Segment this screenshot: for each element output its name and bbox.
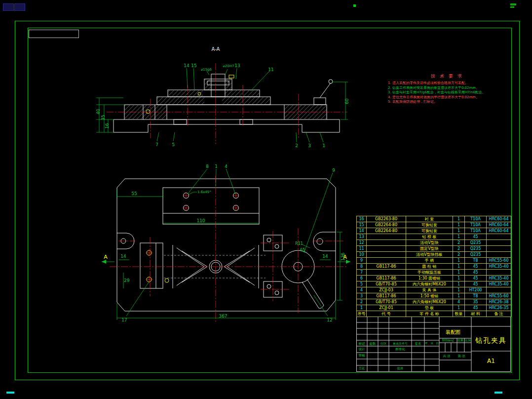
drawing-label: 60 bbox=[345, 98, 349, 104]
cad-sheet: { "tech": { "title": "技 术 要 求", "items":… bbox=[0, 0, 532, 399]
tech-requirement-line: 4. 定位元件工作表面对底面的平行度误差不大于0.02mm。 bbox=[388, 95, 506, 100]
parts-row: 10活动V型块挡板2Q235 bbox=[357, 252, 511, 258]
tech-requirement-line: 1. 进入装配的零件及部件必须检验合格后方可装配。 bbox=[388, 81, 506, 86]
drawing-label: 11 bbox=[268, 68, 273, 72]
drawing-label: 17 bbox=[121, 318, 127, 322]
parts-row: 5GB/T70-85内六角螺钉M6X20145HRC35-40 bbox=[357, 281, 511, 287]
drawing-label: 40 bbox=[96, 109, 101, 114]
drawing-label: 1 bbox=[215, 164, 218, 169]
parts-row: 16GB2263-80衬 套1T10AHRC60-64 bbox=[357, 216, 511, 222]
parts-row: 2GB/T70-85内六角螺钉M6X20435HRC26-38 bbox=[357, 299, 511, 305]
drawing-label: 14 bbox=[322, 254, 328, 259]
drawing-label: ⌀15g6 bbox=[201, 68, 212, 72]
drawing-label: 9 bbox=[332, 168, 335, 173]
drawing-label: 3 bbox=[308, 144, 311, 148]
drawing-label: 29 bbox=[124, 279, 129, 283]
parts-row: 11固定V型块2Q235 bbox=[357, 246, 511, 252]
parts-row: 1ZCJJ-01垫 板145HRC26-35 bbox=[357, 305, 511, 311]
front-section-view bbox=[96, 63, 348, 144]
tech-requirement-line: 2. 钻套工作表面对安装基面的垂直度误差不大于0.02mm。 bbox=[388, 86, 506, 91]
parts-row: 15GB2264-80可换钻套1T10AHRC60-64 bbox=[357, 222, 511, 228]
drawing-title: 钻孔夹具 bbox=[475, 337, 507, 344]
tech-requirements: 技 术 要 求 1. 进入装配的零件及部件必须检验合格后方可装配。2. 钻套工作… bbox=[388, 73, 506, 105]
tech-requirements-title: 技 术 要 求 bbox=[388, 73, 506, 80]
sheet-size-label: A1 bbox=[487, 358, 495, 364]
drawing-label: 5 bbox=[172, 143, 175, 147]
parts-row: 13钻 模 板145 bbox=[357, 234, 511, 240]
drawing-label: 16 bbox=[105, 123, 110, 128]
parts-row: 8GB117-86圆 柱 销145HRC35-40 bbox=[357, 264, 511, 270]
drawing-label: 367 bbox=[219, 314, 227, 319]
drawing-label: 7 bbox=[155, 143, 158, 147]
tech-requirements-list: 1. 进入装配的零件及部件必须检验合格后方可装配。2. 钻套工作表面对安装基面的… bbox=[388, 81, 506, 105]
parts-row: 3GB117-861:50 锥销1T8HRC55-60 bbox=[357, 293, 511, 299]
parts-row: 4ZCJJ-03夹 具 体1HT200 bbox=[357, 287, 511, 293]
drawing-label: 1 bbox=[322, 144, 325, 148]
parts-row: 9手 柄1T8HRC55-60 bbox=[357, 258, 511, 264]
drawing-label: R11 bbox=[295, 242, 303, 246]
drawing-label: 8 bbox=[206, 164, 209, 169]
parts-row: 12活动V型块2Q235 bbox=[357, 240, 511, 246]
drawing-label: 14 bbox=[120, 254, 126, 259]
drawing-label: A-A bbox=[212, 47, 220, 52]
drawing-label: ⌀20H7 bbox=[223, 65, 234, 68]
drawing-label: 13 bbox=[234, 64, 240, 68]
drawing-label: 110 bbox=[196, 219, 205, 223]
parts-header-row: 序号代 号零 件 名 称数量材 料备 注 bbox=[357, 311, 511, 317]
parts-row: 6GB117-861:30 圆锥销145HRC35-40 bbox=[357, 276, 511, 281]
drawing-type-label: 装配图 bbox=[446, 330, 460, 335]
drawing-label: 15 bbox=[191, 64, 196, 68]
drawing-label: 55 bbox=[131, 192, 137, 196]
drawing-label: 14 bbox=[184, 64, 189, 68]
drawing-label: A bbox=[343, 254, 347, 260]
drawing-label: 1.6x45° bbox=[197, 191, 211, 194]
tech-requirement-line: 3. 钻套与衬套采用H7/g6配合，衬套与钻模板采用H7/n6配合。 bbox=[388, 90, 506, 95]
parts-row: 14GB2264-80可换钻套1T10AHRC60-64 bbox=[357, 228, 511, 234]
drawing-label: 35 bbox=[101, 115, 106, 120]
drawing-label: 4 bbox=[225, 164, 228, 169]
drawing-label: 65 bbox=[300, 248, 305, 252]
drawing-label: A bbox=[104, 254, 108, 260]
tech-requirement-line: 5. 装配后做防锈处理，打标记。 bbox=[388, 100, 506, 105]
plan-view bbox=[102, 169, 350, 323]
parts-list-table: 16GB2263-80衬 套1T10AHRC60-6415GB2264-80可换… bbox=[356, 216, 511, 317]
drawing-label: 2 bbox=[295, 144, 298, 148]
drawing-label: 12 bbox=[327, 318, 332, 322]
parts-row: 7手动螺旋压板145 bbox=[357, 270, 511, 276]
